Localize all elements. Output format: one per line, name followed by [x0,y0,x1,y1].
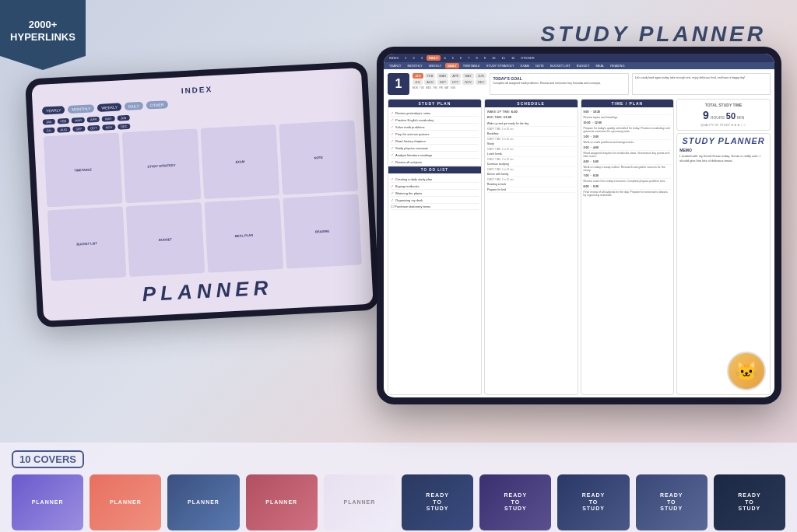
grid-bucket[interactable]: BUCKET LIST [47,206,127,281]
todo-4: ✓Organizing my desk [391,197,479,204]
study-item-3: ✓Solve math problems [391,124,479,131]
nav2-exam[interactable]: EXAM [518,63,532,68]
nav-5[interactable]: 5 [450,55,456,61]
nav-bar-2: YEARLY MONTHLY WEEKLY DAILY TIMETABLE ST… [384,62,774,69]
month-nov[interactable]: NOV [462,79,474,85]
tablet-back-screen: INDEX YEARLY MONTHLY WEEKLY DAILY OTHER … [31,68,373,321]
nav-daily-active[interactable]: DAILY [427,55,441,61]
time-5: 4:00 → 5:00 [584,159,672,165]
nav-sticker[interactable]: STICKER [518,55,536,61]
cover-3[interactable]: PLANNER [167,474,239,530]
sched-time-4: START TIME: 1 hr 30 min [487,158,575,161]
cover-6-text: READYTOSTUDY [426,492,449,512]
nav-daily[interactable]: DAILY [125,102,144,110]
nav-7[interactable]: 7 [465,55,472,61]
nav-12[interactable]: 12 [509,55,517,61]
nav-yearly[interactable]: YEARLY [42,106,65,115]
nav2-study-strategy[interactable]: STUDY STRATEGY [484,63,517,68]
total-hours: 9 [703,109,709,121]
nav2-monthly[interactable]: MONTHLY [406,63,425,68]
grid-exam[interactable]: EXAM [201,124,280,199]
nav2-reading[interactable]: READING [608,63,627,68]
nav-1[interactable]: 1 [402,55,409,61]
nav-2[interactable]: 2 [410,55,416,61]
cat-avatar: 🐱 [727,352,766,390]
cover-2-text: PLANNER [110,499,142,506]
nav2-budget[interactable]: BUDGET [574,63,592,68]
month-dec[interactable]: DEC [476,79,486,85]
grid-study-strategy[interactable]: STUDY STRATEGY [122,128,202,203]
happy-text: Let's study hard again today, take enoug… [635,76,767,79]
plan-7: Final review of all subjects for the day… [584,191,672,197]
todo-5: ☐ Purchase stationery items [391,204,479,210]
nav-other[interactable]: OTHER [146,100,168,109]
hyperlinks-banner: 2000+ HYPERLINKS [0,0,86,70]
sched-2: Breakfast [487,131,575,137]
study-item-4: ✓Prep for science quizzes [391,131,479,138]
grid-timetable[interactable]: TIMETABLE [44,133,123,208]
time-plan-col: TIME / PLAN 9:00 → 10:30 Review topics a… [581,99,675,395]
nav2-yearly[interactable]: YEARLY [387,63,404,68]
month-jan[interactable]: JAN [413,73,423,79]
grid-reading[interactable]: READING [283,194,362,269]
month-apr[interactable]: APR [450,73,461,79]
month-feb[interactable]: FEB [425,73,436,79]
month-sep[interactable]: SEP [437,79,448,85]
nav2-timetable[interactable]: TIMETABLE [461,63,483,68]
nav-9[interactable]: 9 [482,55,488,61]
nav2-bucket[interactable]: BUCKET LIST [548,63,573,68]
nav-6[interactable]: 6 [458,55,464,61]
study-item-7: ✓Analyze literature readings [391,152,479,159]
cover-1[interactable]: PLANNER [12,474,83,530]
plan-1: Review topics and headings. [584,116,672,119]
study-item-2: ✓Practice English vocabulary [391,117,479,124]
month-mar[interactable]: MAR [437,73,448,79]
month-jun[interactable]: JUN [476,73,486,79]
month-aug[interactable]: AUG [424,79,436,85]
nav-4[interactable]: 4 [442,55,448,61]
todo-1: ✓Creating a daily study plan [391,176,479,183]
plan-5: Work on today's essay outline. Research … [584,166,672,172]
cover-9[interactable]: READYTOSTUDY [636,474,707,530]
nav2-meal[interactable]: MEAL [593,63,606,68]
tablets-area: INDEX YEARLY MONTHLY WEEKLY DAILY OTHER … [16,47,781,436]
nav-10[interactable]: 10 [490,55,497,61]
nav-3[interactable]: 3 [419,55,425,61]
sched-time-6: START TIME: 1 hr 30 min [487,178,575,181]
month-oct[interactable]: OCT [450,79,461,85]
total-study-label: TOTAL STUDY TIME [680,103,767,107]
date-header-row: 1 JAN FEB MAR APR MAY JUN JUL AUG SEP [384,69,774,96]
cover-7[interactable]: READYTOSTUDY [479,474,551,530]
month-may[interactable]: MAY [462,73,473,79]
nav-11[interactable]: 11 [499,55,507,61]
cover-2[interactable]: PLANNER [90,474,161,530]
cover-6[interactable]: READYTOSTUDY [402,474,473,530]
nav-weekly[interactable]: WEEKLY [97,103,121,112]
nav2-note[interactable]: NOTE [533,63,546,68]
nav-index[interactable]: INDEX [387,55,401,61]
month-jul[interactable]: JUL [413,79,423,85]
nav-8[interactable]: 8 [474,55,480,61]
grid-budget[interactable]: BUDGET [126,202,205,277]
cover-5[interactable]: PLANNER [324,474,395,530]
main-columns: STUDY PLAN ✓Review yesterday's notes ✓Pr… [384,96,774,397]
time-6: 7:00 → 8:30 [584,173,672,179]
todo-3: ✓Watering the plants [391,190,479,197]
nav2-weekly[interactable]: WEEKLY [427,63,444,68]
sched-time-5: START TIME: 1 hr 30 min [487,168,575,171]
tablet-back: INDEX YEARLY MONTHLY WEEKLY DAILY OTHER … [25,61,380,328]
weekday-tue: TUE [420,86,424,89]
time-plan-header: TIME / PLAN [581,100,674,107]
cover-10[interactable]: READYTOSTUDY [714,474,785,530]
bed-time: BED TIME: 11:30 [487,115,575,119]
cover-8[interactable]: READYTOSTUDY [557,474,629,530]
grid-note[interactable]: NOTE [279,121,358,195]
nav2-daily[interactable]: DAILY [445,63,459,68]
sp-logo: STUDY PLANNER [679,136,767,145]
right-col: TOTAL STUDY TIME 9 HOURS 50 MIN QUALITY … [676,99,771,395]
cover-4[interactable]: PLANNER [246,474,318,530]
nav-monthly[interactable]: MONTHLY [68,104,95,114]
grid-meal[interactable]: MEAL PLAN [205,198,284,273]
study-item-8: ✓Review all subjects [391,159,479,166]
weekday-thu: THU [433,86,437,89]
